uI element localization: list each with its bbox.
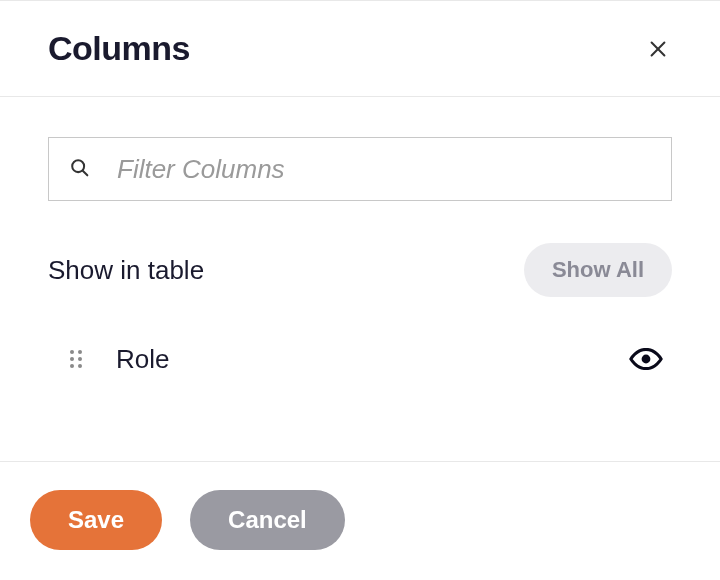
- svg-point-6: [70, 357, 74, 361]
- svg-point-9: [78, 364, 82, 368]
- section-label: Show in table: [48, 255, 204, 286]
- modal-footer: Save Cancel: [0, 461, 720, 580]
- columns-modal: Columns Show in table Show All: [0, 0, 720, 580]
- svg-line-3: [83, 171, 88, 176]
- svg-point-4: [70, 350, 74, 354]
- search-icon: [69, 157, 93, 181]
- modal-header: Columns: [0, 0, 720, 97]
- svg-point-5: [78, 350, 82, 354]
- drag-handle-icon[interactable]: [64, 345, 88, 373]
- show-all-button[interactable]: Show All: [524, 243, 672, 297]
- column-row: Role: [48, 341, 672, 377]
- modal-title: Columns: [48, 29, 190, 68]
- modal-body: Show in table Show All Role: [0, 97, 720, 461]
- svg-point-10: [642, 355, 651, 364]
- search-field[interactable]: [48, 137, 672, 201]
- cancel-button[interactable]: Cancel: [190, 490, 345, 550]
- close-icon[interactable]: [644, 35, 672, 63]
- svg-point-7: [78, 357, 82, 361]
- section-header: Show in table Show All: [48, 243, 672, 297]
- eye-icon[interactable]: [628, 341, 664, 377]
- column-name: Role: [116, 344, 628, 375]
- save-button[interactable]: Save: [30, 490, 162, 550]
- search-input[interactable]: [93, 154, 651, 185]
- svg-point-8: [70, 364, 74, 368]
